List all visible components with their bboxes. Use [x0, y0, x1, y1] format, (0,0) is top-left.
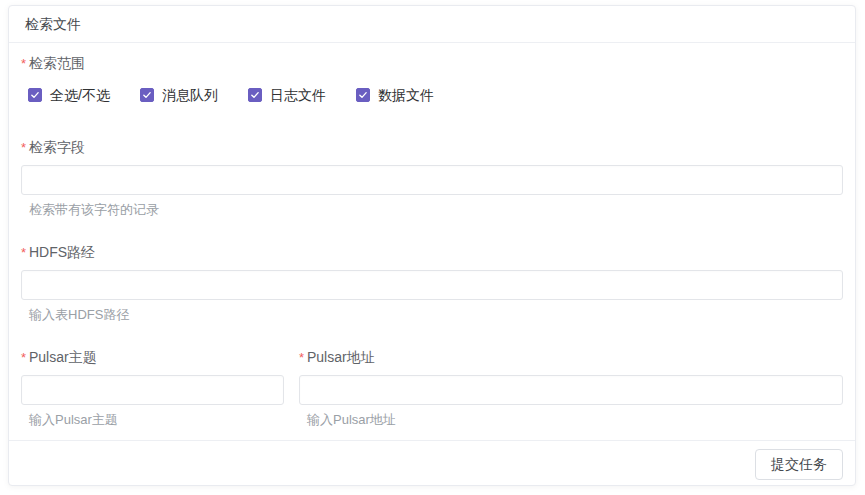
pulsar-address-input[interactable]	[299, 375, 843, 405]
hdfs-path-input[interactable]	[21, 270, 843, 300]
required-asterisk: *	[299, 350, 304, 366]
search-field-label-text: 检索字段	[29, 139, 85, 155]
pulsar-topic-label: *Pulsar主题	[21, 349, 284, 365]
checkbox-label[interactable]: 全选/不选	[50, 85, 110, 105]
submit-task-button[interactable]: 提交任务	[755, 449, 843, 480]
form-body: *检索范围 全选/不选 消息队列 日志文件 数据文件	[9, 43, 855, 440]
form-item-search-field: *检索字段 检索带有该字符的记录	[21, 139, 843, 218]
form-item-hdfs-path: *HDFS路经 输入表HDFS路径	[21, 244, 843, 323]
pulsar-address-helper: 输入Pulsar地址	[299, 412, 843, 428]
required-asterisk: *	[21, 140, 26, 156]
checkbox-checked-icon[interactable]	[28, 88, 42, 102]
search-field-input[interactable]	[21, 165, 843, 195]
card-footer: 提交任务	[9, 440, 855, 485]
pulsar-address-label-text: Pulsar地址	[307, 349, 375, 365]
checkbox-data-file[interactable]: 数据文件	[356, 85, 434, 105]
form-item-scope: *检索范围 全选/不选 消息队列 日志文件 数据文件	[21, 55, 843, 105]
hdfs-path-label-text: HDFS路经	[29, 244, 95, 260]
checkbox-message-queue[interactable]: 消息队列	[140, 85, 218, 105]
search-field-label: *检索字段	[21, 139, 843, 155]
hdfs-path-label: *HDFS路经	[21, 244, 843, 260]
search-file-card: 检索文件 *检索范围 全选/不选 消息队列 日志文件	[8, 5, 856, 486]
hdfs-path-helper: 输入表HDFS路径	[21, 307, 843, 323]
checkbox-checked-icon[interactable]	[140, 88, 154, 102]
checkbox-label[interactable]: 日志文件	[270, 85, 326, 105]
pulsar-topic-label-text: Pulsar主题	[29, 349, 97, 365]
form-item-pulsar-row: *Pulsar主题 输入Pulsar主题 *Pulsar地址 输入Pulsar地…	[21, 349, 843, 428]
required-asterisk: *	[21, 56, 26, 72]
search-field-helper: 检索带有该字符的记录	[21, 202, 843, 218]
required-asterisk: *	[21, 350, 26, 366]
checkbox-checked-icon[interactable]	[356, 88, 370, 102]
checkbox-select-all[interactable]: 全选/不选	[28, 85, 110, 105]
checkbox-checked-icon[interactable]	[248, 88, 262, 102]
required-asterisk: *	[21, 245, 26, 261]
pulsar-topic-input[interactable]	[21, 375, 284, 405]
checkbox-label[interactable]: 消息队列	[162, 85, 218, 105]
checkbox-label[interactable]: 数据文件	[378, 85, 434, 105]
scope-label-text: 检索范围	[29, 55, 85, 71]
scope-checkbox-group: 全选/不选 消息队列 日志文件 数据文件	[21, 85, 843, 105]
card-title: 检索文件	[9, 6, 855, 43]
pulsar-address-label: *Pulsar地址	[299, 349, 843, 365]
form-item-pulsar-address: *Pulsar地址 输入Pulsar地址	[299, 349, 843, 428]
pulsar-topic-helper: 输入Pulsar主题	[21, 412, 284, 428]
scope-label: *检索范围	[21, 55, 843, 71]
form-item-pulsar-topic: *Pulsar主题 输入Pulsar主题	[21, 349, 284, 428]
checkbox-log-file[interactable]: 日志文件	[248, 85, 326, 105]
